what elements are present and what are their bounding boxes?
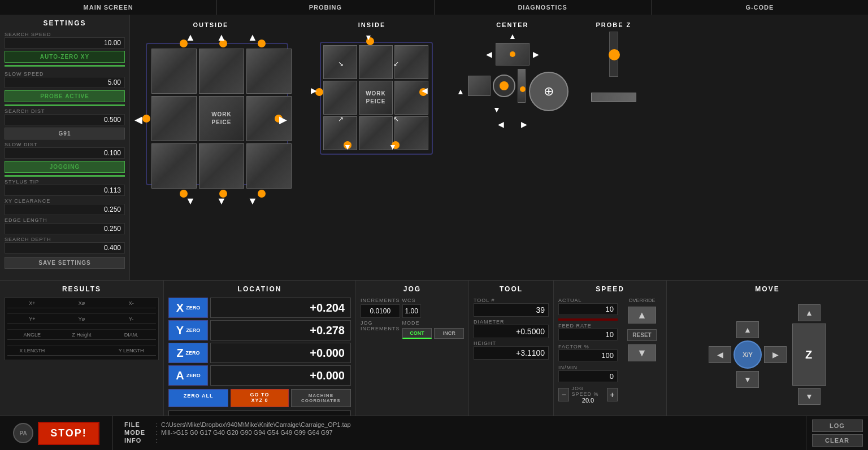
inside-cell-mc[interactable]: WORKPEICE bbox=[359, 81, 393, 115]
jogging-btn[interactable]: JOGGING bbox=[5, 161, 125, 173]
center-arrow-left-bot[interactable]: ◀ bbox=[498, 120, 504, 129]
jog-wcs-value[interactable]: 1.00 bbox=[402, 304, 421, 318]
center-rect-left[interactable] bbox=[468, 76, 491, 96]
slow-dist-label: SLOW DIST bbox=[5, 142, 125, 147]
g91-btn[interactable]: G91 bbox=[5, 128, 125, 139]
inside-cell-bc[interactable] bbox=[359, 116, 393, 150]
goto-xyz0-btn[interactable]: GO TO XYZ 0 bbox=[231, 389, 288, 407]
center-arrow-up[interactable]: ▲ bbox=[509, 32, 517, 41]
clear-btn[interactable]: CLEAR bbox=[812, 434, 863, 447]
move-z-btn[interactable]: Z bbox=[792, 324, 826, 386]
outside-cell-mc[interactable]: WORKPEICE bbox=[199, 96, 244, 141]
move-left-btn[interactable]: ◀ bbox=[709, 346, 731, 363]
outside-cell-tc[interactable] bbox=[199, 49, 244, 94]
slow-speed-value[interactable]: 5.00 bbox=[5, 77, 125, 88]
edge-length-value[interactable]: 0.250 bbox=[5, 223, 125, 234]
jog-increments-value[interactable]: 0.0100 bbox=[361, 304, 400, 318]
center-arrow-right-top[interactable]: ▶ bbox=[533, 50, 539, 59]
center-rect-top[interactable] bbox=[496, 43, 530, 65]
stylus-tip-value[interactable]: 0.113 bbox=[5, 185, 125, 196]
inside-arrow-ur-bl[interactable]: ↗ bbox=[338, 115, 344, 123]
inside-arrow-dr-tl[interactable]: ↘ bbox=[338, 60, 344, 68]
speed-feed-value: 10 bbox=[558, 329, 618, 340]
machine-coords-btn[interactable]: MACHINE COORDINATES bbox=[291, 389, 351, 407]
outside-cell-bl[interactable] bbox=[151, 143, 197, 189]
nav-probing[interactable]: PROBING bbox=[217, 0, 434, 15]
center-arrow-left-top[interactable]: ◀ bbox=[486, 50, 492, 59]
log-btn[interactable]: LOG bbox=[812, 420, 863, 432]
outside-cell-tr[interactable] bbox=[246, 49, 292, 94]
inside-cell-tr[interactable] bbox=[394, 45, 428, 79]
auto-zero-xy-btn[interactable]: AUTO-ZERO XY bbox=[5, 51, 125, 63]
search-speed-value[interactable]: 10.00 bbox=[5, 37, 125, 49]
move-right-btn[interactable]: ▶ bbox=[764, 346, 787, 363]
setting-slow-dist: SLOW DIST 0.100 bbox=[5, 142, 125, 159]
tool-panel: TOOL TOOL # 39 DIAMETER +0.5000 HEIGHT +… bbox=[469, 281, 554, 416]
outside-arrow-up-right[interactable]: ▲ bbox=[248, 32, 258, 43]
slow-dist-value[interactable]: 0.100 bbox=[5, 147, 125, 159]
speed-override-down-btn[interactable]: ▼ bbox=[628, 344, 656, 361]
inside-cell-br[interactable] bbox=[394, 116, 428, 150]
results-header-yminus: Y- bbox=[106, 316, 156, 322]
outside-arrow-up[interactable]: ▲ bbox=[216, 32, 227, 43]
loc-axis-z-btn[interactable]: Z ZERO bbox=[168, 343, 208, 363]
loc-z-zero-label: ZERO bbox=[186, 350, 200, 356]
inside-arrow-right-left[interactable]: ▶ bbox=[311, 86, 317, 95]
auto-zero-bar bbox=[5, 65, 125, 67]
outside-cell-tl[interactable] bbox=[151, 49, 197, 94]
speed-override-up-btn[interactable]: ▲ bbox=[628, 307, 656, 324]
speed-inmin-field: IN/MIN 0 bbox=[558, 365, 618, 382]
loc-axis-x-btn[interactable]: X ZERO bbox=[168, 298, 208, 318]
move-z-up-btn[interactable]: ▲ bbox=[798, 304, 821, 321]
save-settings-btn[interactable]: SAVE SETTINGS bbox=[5, 257, 125, 269]
move-up-btn[interactable]: ▲ bbox=[736, 321, 759, 338]
center-arrow-up-mid[interactable]: ▲ bbox=[457, 87, 465, 96]
outside-cell-bc[interactable] bbox=[199, 143, 244, 189]
tool-diam-value[interactable]: +0.5000 bbox=[474, 325, 549, 338]
loc-axis-y-btn[interactable]: Y ZERO bbox=[168, 320, 208, 340]
outside-arrow-up-left[interactable]: ▲ bbox=[185, 32, 196, 43]
jog-wcs-label: WCS bbox=[402, 298, 421, 303]
outside-arrow-down-right[interactable]: ▼ bbox=[248, 195, 258, 207]
log-clear-section: LOG CLEAR bbox=[806, 416, 868, 450]
inside-arrow-dl-tr[interactable]: ↙ bbox=[393, 60, 399, 68]
jog-mode-cont-btn[interactable]: CONT bbox=[402, 328, 432, 339]
jog-speed-minus-btn[interactable]: − bbox=[558, 388, 569, 401]
outside-arrow-down[interactable]: ▼ bbox=[216, 195, 227, 207]
inside-arrow-up-bot-left[interactable]: ▼ bbox=[344, 142, 351, 151]
outside-cell-br[interactable] bbox=[246, 143, 292, 189]
move-xy-center-btn[interactable]: X/Y bbox=[734, 340, 762, 369]
nav-main-screen[interactable]: MAIN SCREEN bbox=[0, 0, 217, 15]
search-dist-value[interactable]: 0.500 bbox=[5, 114, 125, 125]
jog-mode-incr-btn[interactable]: INCR bbox=[434, 328, 464, 339]
tool-height-value[interactable]: +3.1100 bbox=[474, 346, 549, 360]
jog-speed-plus-btn[interactable]: + bbox=[607, 388, 618, 401]
stop-btn[interactable]: STOP! bbox=[38, 422, 99, 445]
loc-axis-a-btn[interactable]: A ZERO bbox=[168, 365, 208, 386]
inside-cell-ml[interactable] bbox=[323, 81, 357, 115]
inside-arrow-up-bot-right[interactable]: ▼ bbox=[389, 142, 397, 151]
speed-reset-btn[interactable]: RESET bbox=[627, 329, 656, 341]
center-arrow-right-bot[interactable]: ▶ bbox=[521, 120, 527, 129]
zero-all-btn[interactable]: ZERO ALL bbox=[168, 389, 228, 407]
center-big-circle[interactable]: ⊕ bbox=[529, 72, 568, 111]
inside-arrow-ul-br[interactable]: ↖ bbox=[393, 115, 399, 123]
nav-gcode[interactable]: G-CODE bbox=[652, 0, 868, 15]
outside-arrow-down-left[interactable]: ▼ bbox=[185, 195, 196, 207]
probe-active-btn[interactable]: PROBE ACTIVE bbox=[5, 90, 125, 102]
tool-num-value[interactable]: 39 bbox=[474, 303, 549, 317]
move-down-btn[interactable]: ▼ bbox=[736, 371, 759, 388]
outside-cell-ml[interactable] bbox=[151, 96, 197, 141]
outside-arrow-left[interactable]: ◀ bbox=[134, 113, 142, 126]
search-depth-value[interactable]: 0.400 bbox=[5, 242, 125, 254]
center-crosshair[interactable] bbox=[493, 75, 515, 97]
nav-diagnostics[interactable]: DIAGNOSTICS bbox=[435, 0, 652, 15]
inside-arrow-down-top[interactable]: ▼ bbox=[364, 33, 372, 42]
move-z-down-btn[interactable]: ▼ bbox=[798, 388, 821, 405]
bottom-section: RESULTS X+ Xø X- Y+ Yø Y- bbox=[0, 280, 868, 416]
inside-arrow-left-right[interactable]: ◀ bbox=[422, 86, 428, 95]
center-arrow-down-mid[interactable]: ▼ bbox=[493, 105, 501, 114]
xy-clearance-value[interactable]: 0.250 bbox=[5, 204, 125, 215]
outside-arrow-right[interactable]: ▶ bbox=[279, 113, 287, 126]
inside-cell-tc[interactable] bbox=[359, 45, 393, 79]
